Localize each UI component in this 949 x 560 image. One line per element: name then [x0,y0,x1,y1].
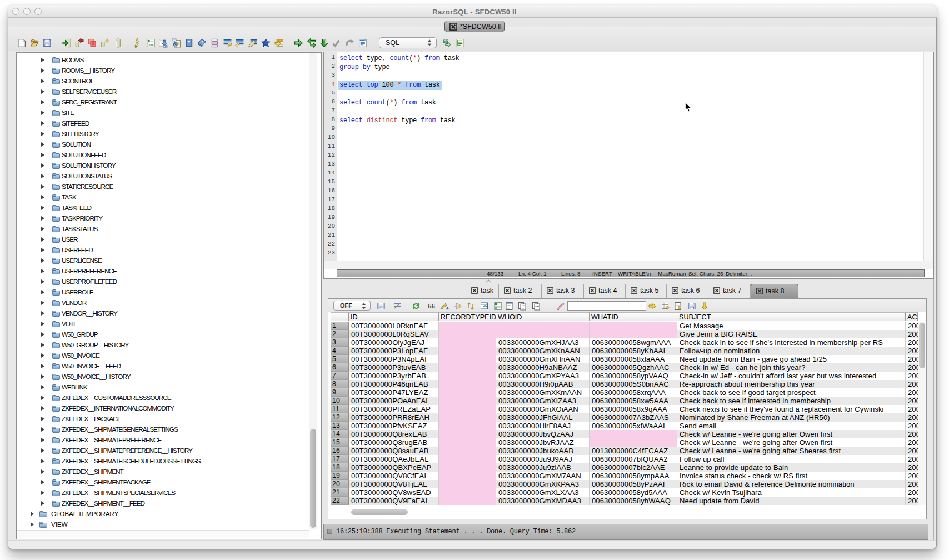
svg-text:66: 66 [428,302,436,310]
svg-text:66: 66 [443,38,448,44]
